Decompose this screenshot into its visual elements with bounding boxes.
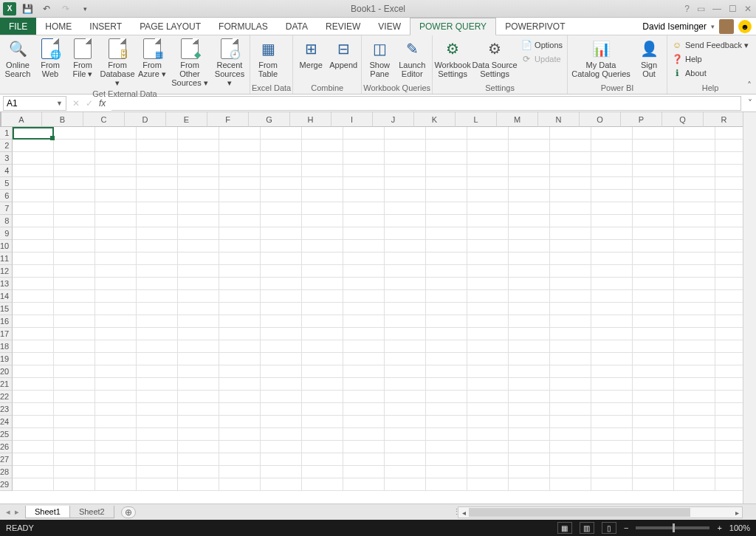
row-header[interactable]: 15 (0, 303, 13, 315)
row-header[interactable]: 22 (0, 391, 13, 403)
row-header[interactable]: 23 (0, 403, 13, 416)
update-button[interactable]: ⟳Update (521, 52, 563, 66)
tab-view[interactable]: VIEW (369, 18, 410, 35)
my-data-catalog-button[interactable]: 📊My Data Catalog Queries (569, 37, 633, 80)
column-header[interactable]: E (166, 112, 207, 127)
sheet-tab[interactable]: Sheet2 (69, 506, 114, 518)
collapse-ribbon-icon[interactable]: ˄ (747, 80, 752, 91)
column-header[interactable]: N (538, 112, 580, 127)
column-header[interactable]: J (373, 112, 414, 127)
zoom-out-icon[interactable]: − (624, 523, 628, 532)
row-header[interactable]: 2 (0, 140, 13, 152)
vertical-scrollbar[interactable] (743, 112, 756, 504)
tab-home[interactable]: HOME (36, 18, 80, 35)
zoom-in-icon[interactable]: + (717, 523, 721, 532)
tab-insert[interactable]: INSERT (80, 18, 131, 35)
tab-powerpivot[interactable]: POWERPIVOT (496, 18, 574, 35)
cell-grid[interactable] (13, 127, 743, 504)
tab-review[interactable]: REVIEW (317, 18, 369, 35)
close-icon[interactable]: ✕ (744, 4, 752, 14)
chevron-down-icon[interactable]: ▼ (56, 100, 63, 107)
help-icon[interactable]: ? (684, 4, 690, 14)
column-header[interactable]: O (580, 112, 621, 127)
expand-formula-bar-icon[interactable]: ˅ (744, 98, 756, 109)
row-header[interactable]: 6 (0, 190, 13, 202)
ribbon-display-icon[interactable]: ▭ (697, 4, 705, 14)
row-header[interactable]: 10 (0, 240, 13, 252)
row-header[interactable]: 1 (0, 127, 13, 140)
column-header[interactable]: I (331, 112, 373, 127)
minimize-icon[interactable]: — (712, 4, 721, 14)
row-header[interactable]: 19 (0, 353, 13, 365)
column-header[interactable]: D (125, 112, 166, 127)
undo-icon[interactable]: ↶ (38, 1, 55, 16)
options-button[interactable]: 📄Options (521, 38, 563, 52)
page-break-view-icon[interactable]: ▯ (602, 522, 616, 534)
tab-scroll-right-icon[interactable]: ▸ (15, 507, 19, 517)
tab-data[interactable]: DATA (277, 18, 317, 35)
row-header[interactable]: 21 (0, 378, 13, 391)
column-header[interactable]: P (621, 112, 662, 127)
column-header[interactable]: F (207, 112, 249, 127)
tab-scroll-left-icon[interactable]: ◂ (6, 507, 10, 517)
column-header[interactable]: H (290, 112, 331, 127)
from-azure-button[interactable]: ▦From Azure ▾ (136, 37, 168, 80)
from-web-button[interactable]: 🌐From Web (34, 37, 66, 80)
user-avatar-icon[interactable] (719, 19, 734, 34)
merge-button[interactable]: ⊞Merge (295, 37, 327, 71)
row-header[interactable]: 13 (0, 278, 13, 290)
send-feedback-button[interactable]: ☺Send Feedback ▾ (672, 38, 749, 52)
row-header[interactable]: 25 (0, 428, 13, 441)
help-button[interactable]: ❓Help (672, 52, 749, 66)
column-header[interactable]: C (83, 112, 125, 127)
maximize-icon[interactable]: ☐ (729, 4, 737, 14)
show-pane-button[interactable]: ◫Show Pane (363, 37, 396, 80)
row-header[interactable]: 5 (0, 177, 13, 190)
row-header[interactable]: 24 (0, 416, 13, 428)
row-header[interactable]: 16 (0, 315, 13, 328)
tab-formulas[interactable]: FORMULAS (210, 18, 277, 35)
column-header[interactable]: L (456, 112, 497, 127)
about-button[interactable]: ℹAbout (672, 66, 749, 80)
row-header[interactable]: 20 (0, 365, 13, 378)
new-sheet-button[interactable]: ⊕ (121, 506, 136, 518)
from-other-sources-button[interactable]: ◆From Other Sources ▾ (168, 37, 211, 89)
zoom-slider[interactable] (636, 526, 709, 529)
from-file-button[interactable]: From File ▾ (66, 37, 99, 80)
column-header[interactable]: K (414, 112, 456, 127)
feedback-smiley-icon[interactable]: ☻ (738, 20, 752, 33)
tab-power-query[interactable]: POWER QUERY (410, 18, 496, 35)
scroll-right-icon[interactable]: ▸ (732, 509, 742, 517)
row-header[interactable]: 27 (0, 453, 13, 466)
workbook-settings-button[interactable]: ⚙Workbook Settings (434, 37, 471, 80)
row-header[interactable]: 29 (0, 478, 13, 491)
row-header[interactable]: 8 (0, 215, 13, 227)
column-header[interactable]: G (249, 112, 290, 127)
redo-icon[interactable]: ↷ (58, 1, 74, 16)
row-header[interactable]: 18 (0, 340, 13, 353)
row-header[interactable]: 17 (0, 328, 13, 340)
row-header[interactable]: 9 (0, 227, 13, 240)
save-icon[interactable]: 💾 (19, 1, 35, 16)
row-header[interactable]: 26 (0, 441, 13, 453)
row-header[interactable]: 12 (0, 265, 13, 278)
recent-sources-button[interactable]: 🕘Recent Sources ▾ (211, 37, 248, 89)
sign-out-button[interactable]: 👤Sign Out (633, 37, 665, 80)
row-header[interactable]: 11 (0, 252, 13, 265)
data-source-settings-button[interactable]: ⚙Data Source Settings (471, 37, 518, 80)
page-layout-view-icon[interactable]: ▥ (580, 522, 594, 534)
row-header[interactable]: 7 (0, 202, 13, 215)
column-header[interactable]: M (497, 112, 538, 127)
zoom-level[interactable]: 100% (729, 523, 750, 532)
user-name[interactable]: David Iseminger (642, 21, 707, 32)
horizontal-scrollbar[interactable]: ◂ ▸ (458, 506, 743, 518)
tab-file[interactable]: FILE (0, 18, 36, 35)
row-header[interactable]: 4 (0, 165, 13, 177)
column-header[interactable]: R (704, 112, 745, 127)
normal-view-icon[interactable]: ▦ (557, 522, 572, 534)
tab-page-layout[interactable]: PAGE LAYOUT (131, 18, 210, 35)
from-database-button[interactable]: 🗄From Database ▾ (99, 37, 136, 89)
online-search-button[interactable]: 🔍Online Search (1, 37, 34, 80)
column-header[interactable]: Q (662, 112, 704, 127)
sheet-tab-active[interactable]: Sheet1 (25, 506, 70, 518)
